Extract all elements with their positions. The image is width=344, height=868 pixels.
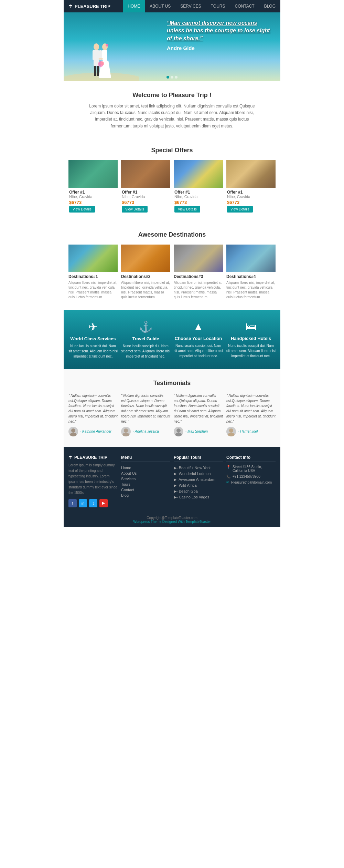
testimonial-name-2: Adelina Jessica — [135, 430, 159, 433]
footer-grid: ☂ PLEASURE TRIP Lorem ipsum is simply du… — [68, 455, 276, 507]
testimonial-author-row-4: - Harriet Joel — [226, 427, 276, 436]
footer-bottom: Copyright@TemplateToaster.com Wordpress … — [68, 513, 276, 524]
footer-menu-title: Menu — [121, 455, 170, 462]
welcome-section: Welcome to Pleasure Trip ! Lorem ipsum d… — [64, 81, 280, 140]
footer-logo-icon: ☂ — [68, 455, 72, 460]
footer-menu-services[interactable]: Services — [121, 476, 170, 482]
testimonial-text-1: " Nullam dignissim convallis est.Quisque… — [68, 393, 118, 424]
nav-home[interactable]: HOME — [123, 0, 145, 12]
service-item-4: 🛏 Handpicked Hotels Nunc iaculis suscipi… — [226, 320, 276, 359]
dest-image-4 — [226, 245, 276, 272]
testimonial-name-4: Harriet Joel — [240, 430, 258, 433]
testimonial-text-2: " Nullam dignissim convallis est.Quisque… — [121, 393, 170, 424]
hero-dot-1[interactable] — [166, 76, 169, 79]
footer-desc: Lorem ipsum is simply dummy text of the … — [68, 463, 118, 496]
destinations-title: Awesome Destinations — [68, 231, 276, 238]
service-icon-4: 🛏 — [226, 320, 276, 333]
dest-text-2: Aliquam libero nisi, imperdiet at, tinci… — [121, 280, 170, 300]
dest-card-2: Destinations#2 Aliquam libero nisi, impe… — [121, 245, 170, 300]
footer-menu-col: Menu Home About Us Services Tours Contac… — [121, 455, 170, 507]
footer-tours-col: Popular Tours ▶- Beautiful New York ▶- W… — [174, 455, 223, 507]
offer-name-4: Offer #1 — [227, 190, 275, 195]
email-icon: ✉ — [226, 480, 229, 484]
dest-card-3: Destinations#3 Aliquam libero nisi, impe… — [174, 245, 223, 300]
social-twitter2[interactable]: t — [89, 499, 97, 507]
offer-details-btn-1[interactable]: View Details — [69, 206, 95, 213]
offer-card-3: Offer #1 Nibe, Gravida $6773 View Detail… — [174, 160, 223, 214]
offers-grid: Offer #1 Nibe, Gravida $6773 View Detail… — [68, 160, 276, 214]
social-twitter[interactable]: in — [79, 499, 87, 507]
hero-dot-3[interactable] — [175, 76, 178, 79]
offers-title: Special Offers — [68, 147, 276, 154]
dest-card-1: Destinations#1 Aliquam libero nisi, impe… — [68, 245, 118, 300]
nav-contact[interactable]: CONTACT — [230, 0, 259, 12]
svg-rect-6 — [93, 50, 95, 60]
offer-image-4 — [226, 160, 276, 188]
footer-contact-title: Contact Info — [226, 455, 276, 462]
svg-point-19 — [124, 428, 128, 433]
nav-logo[interactable]: ☂ PLEASURE TRIP — [64, 4, 115, 9]
destinations-grid: Destinations#1 Aliquam libero nisi, impe… — [68, 245, 276, 300]
hero-dots — [166, 76, 178, 79]
copyright-text: Copyright@TemplateToaster.com — [147, 516, 197, 520]
offer-details-btn-2[interactable]: View Details — [122, 206, 148, 213]
svg-point-2 — [94, 43, 99, 50]
testimonial-4: " Nullam dignissim convallis est.Quisque… — [226, 393, 276, 436]
offer-name-1: Offer #1 — [69, 190, 117, 195]
offer-price-4: $6773 — [227, 200, 275, 205]
offer-details-btn-4[interactable]: View Details — [227, 206, 253, 213]
hero-author: Andre Gide — [167, 45, 270, 51]
hero-dot-2[interactable] — [171, 76, 173, 79]
offer-info-3: Offer #1 Nibe, Gravida $6773 View Detail… — [174, 188, 223, 214]
footer-menu-contact[interactable]: Contact — [121, 487, 170, 493]
service-title-1: World Class Services — [68, 336, 118, 341]
offer-details-btn-3[interactable]: View Details — [174, 206, 200, 213]
dest-text-1: Aliquam libero nisi, imperdiet at, tinci… — [68, 280, 118, 300]
dest-image-2 — [121, 245, 170, 272]
nav-blog[interactable]: BLOG — [259, 0, 280, 12]
footer-menu-tours[interactable]: Tours — [121, 482, 170, 487]
footer-menu-home[interactable]: Home — [121, 465, 170, 471]
nav-items: HOME ABOUT US SERVICES TOURS CONTACT BLO… — [123, 0, 280, 12]
footer-contact-col: Contact Info 📍 Street #436 Studio, Calif… — [226, 455, 276, 507]
service-icon-2: ⚓ — [121, 320, 170, 333]
svg-rect-4 — [94, 66, 96, 76]
nav-tours[interactable]: TOURS — [206, 0, 230, 12]
footer-tour-4[interactable]: ▶- Wild Africa — [174, 483, 223, 488]
testimonial-author-row-3: - Max Stephen — [174, 427, 223, 436]
footer-tour-3[interactable]: ▶- Awesome Amsterdam — [174, 477, 223, 483]
dest-name-1: Destinations#1 — [68, 274, 118, 279]
credit-link[interactable]: Wordpress Theme Designed With TemplateTo… — [133, 520, 211, 524]
svg-point-18 — [70, 433, 77, 436]
testimonial-1: " Nullam dignissim convallis est.Quisque… — [68, 393, 118, 436]
social-youtube[interactable]: ▶ — [99, 499, 108, 507]
offer-name-3: Offer #1 — [174, 190, 222, 195]
footer-tour-5[interactable]: ▶- Beach Goa — [174, 488, 223, 494]
offer-info-1: Offer #1 Nibe, Gravida $6773 View Detail… — [68, 188, 118, 214]
footer-menu-blog[interactable]: Blog — [121, 493, 170, 498]
footer-contact-address: 📍 Street #436 Studio, California USA — [226, 465, 276, 473]
svg-point-24 — [228, 433, 235, 436]
dest-text-3: Aliquam libero nisi, imperdiet at, tinci… — [174, 280, 223, 300]
nav-services[interactable]: SERVICES — [175, 0, 206, 12]
nav-about[interactable]: ABOUT US — [145, 0, 175, 12]
footer-tour-2[interactable]: ▶- Wonderful Lodmon — [174, 471, 223, 477]
offers-section: Special Offers Offer #1 Nibe, Gravida $6… — [64, 140, 280, 224]
footer-social: f in t ▶ — [68, 499, 118, 507]
footer-menu-about[interactable]: About Us — [121, 471, 170, 476]
hero-quote: “Man cannot discover new oceans unless h… — [167, 19, 270, 42]
footer-contact-email: ✉ Pleasuretrip@domain.com — [226, 480, 276, 484]
social-facebook[interactable]: f — [68, 499, 77, 507]
footer-tour-6[interactable]: ▶- Casino Los Vages — [174, 494, 223, 500]
testimonial-author-row-2: - Adelina Jessica — [121, 427, 170, 436]
service-item-1: ✈ World Class Services Nunc iaculis susc… — [68, 320, 118, 359]
offer-image-1 — [68, 160, 118, 188]
service-text-1: Nunc iaculis suscipit dui. Nam sit amet … — [68, 343, 118, 359]
offer-price-1: $6773 — [69, 200, 117, 205]
footer-tour-1[interactable]: ▶- Beautiful New York — [174, 465, 223, 471]
svg-point-20 — [122, 433, 129, 436]
dest-name-4: Destinations#4 — [226, 274, 276, 279]
testimonial-avatar-3 — [174, 427, 183, 436]
dest-card-4: Destinations#4 Aliquam libero nisi, impe… — [226, 245, 276, 300]
dest-text-4: Aliquam libero nisi, imperdiet at, tinci… — [226, 280, 276, 300]
